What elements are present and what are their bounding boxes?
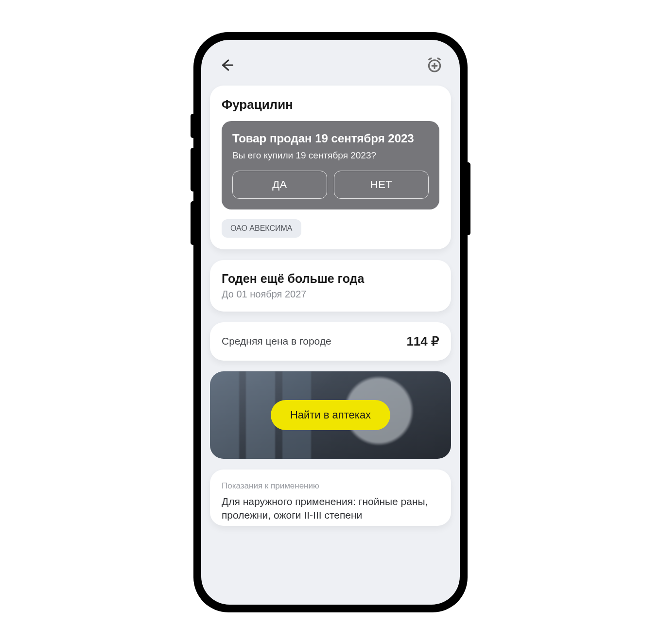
back-button[interactable] [216,54,237,76]
screen-viewport: Фурацилин Товар продан 19 сентября 2023 … [201,40,460,605]
header-bar [201,54,460,86]
pharmacy-banner: Найти в аптеках [210,371,451,459]
yes-button[interactable]: ДА [232,171,327,199]
sold-title: Товар продан 19 сентября 2023 [232,132,429,145]
sold-subtitle: Вы его купили 19 сентября 2023? [232,150,429,161]
find-pharmacies-button[interactable]: Найти в аптеках [271,400,390,430]
expiry-title: Годен ещё больше года [222,272,439,286]
indications-card: Показания к применению Для наружного при… [210,470,451,526]
price-value: 114 ₽ [406,334,439,349]
phone-frame: Фурацилин Товар продан 19 сентября 2023 … [194,33,467,611]
no-button[interactable]: НЕТ [334,171,429,199]
price-label: Средняя цена в городе [222,335,331,347]
back-arrow-icon [219,58,234,72]
product-card: Фурацилин Товар продан 19 сентября 2023 … [210,86,451,249]
indications-label: Показания к применению [222,481,439,491]
side-button [191,148,195,191]
product-name: Фурацилин [222,97,439,112]
side-button [466,162,470,235]
manufacturer-chip[interactable]: ОАО АВЕКСИМА [222,219,301,238]
expiry-subtitle: До 01 ноября 2027 [222,289,439,300]
add-alarm-button[interactable] [424,54,445,76]
sold-panel: Товар продан 19 сентября 2023 Вы его куп… [222,121,439,209]
side-button [191,114,195,138]
indications-text: Для наружного применения: гнойные раны, … [222,495,439,522]
expiry-card: Годен ещё больше года До 01 ноября 2027 [210,260,451,312]
price-card: Средняя цена в городе 114 ₽ [210,322,451,361]
alarm-add-icon [426,57,443,73]
side-button [191,201,195,245]
